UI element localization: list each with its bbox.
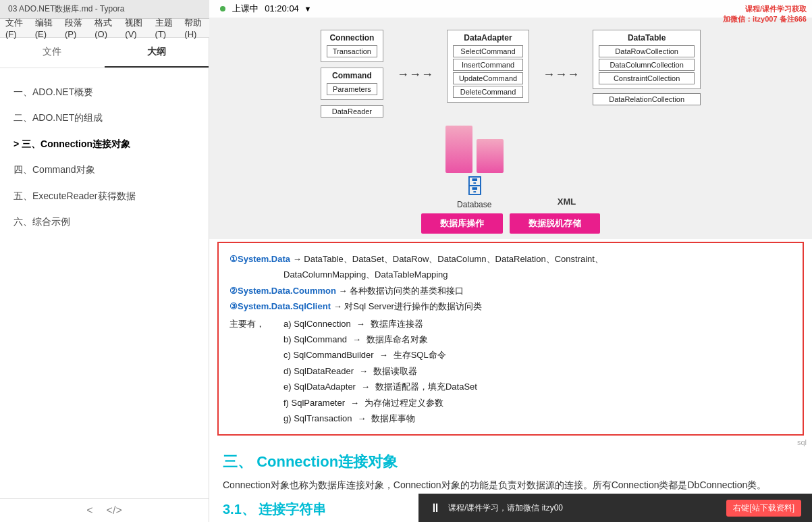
pink-bar-1 — [445, 126, 472, 173]
tab-file[interactable]: 文件 — [0, 38, 105, 68]
item-desc-2: 生存SQL命令 — [394, 347, 446, 363]
sidebar-item-2[interactable]: 二、ADO.NET的组成 — [0, 105, 209, 130]
status-dot — [220, 6, 225, 11]
item-row-3: d) SqlDataReader → 数据读取器 — [283, 363, 792, 379]
arrow-1: →→→ — [397, 68, 433, 82]
system-data-label: ①System.Data — [229, 254, 290, 264]
item-arrow-2: → — [379, 347, 388, 363]
datatable-box: DataTable DataRowCollection DataColumnCo… — [593, 30, 701, 89]
item-sub-1: b) SqlCommand — [283, 332, 347, 347]
mem-op-btn: 数据脱机存储 — [510, 213, 600, 234]
pause-button[interactable]: ⏸ — [429, 501, 441, 515]
command-box: Command Parameters — [321, 68, 383, 100]
item-main-label: 主要有， — [229, 316, 265, 332]
sidebar-item-5[interactable]: 五、ExecuteReader获得数据 — [0, 183, 209, 209]
menu-help[interactable]: 帮助(H) — [184, 17, 204, 39]
sidebar-item-3[interactable]: 三、Connection连接对象 — [0, 131, 209, 157]
content-line2: ②System.Data.Coummon → 各种数据访问类的基类和接口 — [229, 283, 792, 298]
datatable-title: DataTable — [599, 33, 695, 43]
nav-back-icon[interactable]: < — [86, 504, 92, 517]
arrow-2: →→→ — [543, 68, 579, 82]
item-row-6: g) SqlTransaction → 数据库事物 — [283, 411, 792, 426]
video-status: 上课中 01:20:04 ▼ — [220, 3, 311, 15]
arrow-2: → — [339, 286, 350, 296]
command-title: Command — [327, 71, 377, 80]
item-sub-6: g) SqlTransaction — [283, 411, 352, 426]
content-items: 主要有， a) SqlConnection → 数据库连接器 b) SqlCom… — [229, 316, 792, 427]
menu-format[interactable]: 格式(O) — [94, 17, 114, 39]
database-icon: 🗄 — [464, 176, 485, 199]
arrow-3: → — [333, 301, 345, 311]
line3-text: 对Sql Server进行操作的数据访问类 — [344, 301, 482, 311]
line1-text: DataTable、DataSet、DataRow、DataColumn、Dat… — [304, 254, 603, 264]
db-op-btn: 数据库操作 — [421, 213, 503, 234]
menu-paragraph[interactable]: 段落(P) — [65, 17, 84, 39]
nav-bottom: < </> — [0, 498, 209, 522]
chevron-down-icon[interactable]: ▼ — [304, 5, 311, 13]
parameters-item: Parameters — [327, 83, 377, 95]
item-desc-4: 数据适配器，填充DataSet — [375, 379, 477, 394]
item-row-2: c) SqlCommandBuilder → 生存SQL命令 — [283, 347, 792, 363]
datareader-item: DataReader — [321, 105, 383, 118]
menu-edit[interactable]: 编辑(E) — [35, 17, 54, 39]
item-sub-5: f) SqlParameter — [283, 395, 345, 411]
content-line1-cont: DataColumnMapping、DataTableMapping — [283, 267, 792, 282]
content-line3: ③System.Data.SqlClient → 对Sql Server进行操作… — [229, 298, 792, 314]
db-label: Database — [457, 200, 491, 209]
item-desc-5: 为存储过程定义参数 — [364, 395, 443, 411]
arrow-1: → — [293, 254, 304, 264]
section3-title: Connection连接对象 — [256, 453, 398, 470]
line2-text: 各种数据访问类的基类和接口 — [350, 286, 464, 296]
main-content: 上课中 01:20:04 ▼ 课程/课件学习获取 加微信：itzy007 备注6… — [209, 0, 812, 522]
item-row-5: f) SqlParameter → 为存储过程定义参数 — [283, 395, 792, 411]
item-row-4: e) SqlDataAdapter → 数据适配器，填充DataSet — [283, 379, 792, 394]
updatecmd-item: UpdateCommand — [453, 72, 523, 84]
video-time: 01:20:04 — [265, 3, 299, 14]
item-arrow-0: → — [356, 316, 365, 332]
tab-outline[interactable]: 大纲 — [105, 38, 209, 68]
menu-theme[interactable]: 主题(T) — [155, 17, 174, 39]
sidebar-nav: 一、ADO.NET概要 二、ADO.NET的组成 三、Connection连接对… — [0, 68, 209, 245]
db-section: 🗄 Database — [445, 126, 504, 209]
section3-num: 三、 — [223, 453, 252, 470]
item-row-1: b) SqlCommand → 数据库命名对象 — [283, 332, 792, 347]
item-arrow-4: → — [361, 379, 370, 394]
dataadapter-title: DataAdapter — [453, 33, 523, 43]
datacolumncoll-item: DataColumnCollection — [599, 59, 695, 71]
diagram-top-row: Connection Transaction Command Parameter… — [217, 30, 804, 119]
download-cta[interactable]: 右键[站下载资料] — [726, 500, 801, 517]
sidebar-item-6[interactable]: 六、综合示例 — [0, 209, 209, 234]
pink-bar-2 — [477, 139, 504, 173]
insertcmd-item: InsertCommand — [453, 59, 523, 71]
status-text: 上课中 — [232, 3, 259, 14]
video-bar-left: ⏸ 课程/课件学习，请加微信 itzy00 — [429, 501, 563, 515]
sidebar-item-1[interactable]: 一、ADO.NET概要 — [0, 79, 209, 105]
transaction-item: Transaction — [327, 45, 377, 57]
item-sub-4: e) SqlDataAdapter — [283, 379, 356, 394]
item-sub-3: d) SqlDataReader — [283, 363, 354, 379]
item-sub-2: c) SqlCommandBuilder — [283, 347, 374, 363]
item-desc-0: 数据库连接器 — [371, 316, 423, 332]
system-data-coummon-label: ②System.Data.Coummon — [229, 286, 336, 296]
window-title: 03 ADO.NET数据库.md - Typora — [8, 3, 125, 15]
content-panel: ①System.Data → DataTable、DataSet、DataRow… — [217, 242, 804, 436]
selectcmd-item: SelectCommand — [453, 45, 523, 57]
operations-bar: 数据库操作 数据脱机存储 — [421, 213, 600, 234]
connection-title: Connection — [327, 33, 377, 43]
menu-file[interactable]: 文件(F) — [5, 17, 24, 39]
nav-code-icon[interactable]: </> — [107, 504, 122, 517]
section31-title: 连接字符串 — [259, 502, 326, 517]
item-sub-0: a) SqlConnection — [283, 316, 351, 332]
item-arrow-6: → — [357, 411, 366, 426]
sidebar-item-4[interactable]: 四、Command对象 — [0, 157, 209, 182]
item-arrow-1: → — [352, 332, 361, 347]
watermark: 课程/课件学习获取 加微信：itzy007 备注666 — [723, 4, 807, 25]
system-data-sqlclient-label: ③System.Data.SqlClient — [229, 301, 331, 311]
content-line1: ①System.Data → DataTable、DataSet、DataRow… — [229, 251, 792, 267]
sidebar-tabs: 文件 大纲 — [0, 38, 209, 68]
app-menubar: 文件(F) 编辑(E) 段落(P) 格式(O) 视图(V) 主题(T) 帮助(H… — [0, 19, 209, 38]
dataadapter-box: DataAdapter SelectCommand InsertCommand … — [447, 30, 529, 103]
window-titlebar: 03 ADO.NET数据库.md - Typora — [0, 0, 209, 19]
menu-view[interactable]: 视图(V) — [125, 17, 144, 39]
datatable-group: DataTable DataRowCollection DataColumnCo… — [593, 30, 701, 107]
